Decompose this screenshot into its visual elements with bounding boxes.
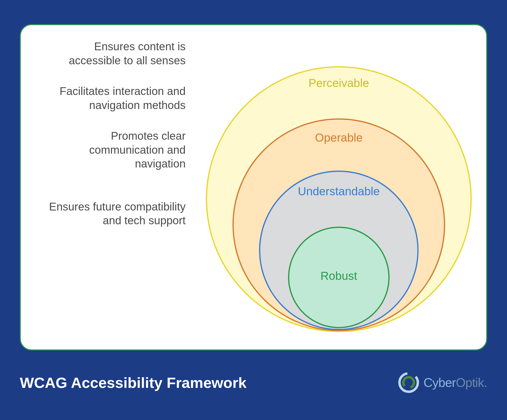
svg-point-0: [398, 372, 420, 393]
brand-logo: CyberOptik.: [398, 372, 487, 393]
desc-understandable: Promotes clear communication and navigat…: [41, 129, 186, 171]
label-understandable: Understandable: [201, 185, 477, 198]
desc-robust: Ensures future compatibility and tech su…: [41, 200, 186, 228]
brand-icon: [398, 372, 420, 393]
diagram-title: WCAG Accessibility Framework: [20, 374, 246, 391]
brand-name-part2: Optik.: [456, 376, 487, 390]
desc-perceivable: Ensures content is accessible to all sen…: [41, 40, 186, 67]
brand-name-part1: Cyber: [423, 376, 456, 390]
desc-operable: Facilitates interaction and navigation m…: [41, 84, 186, 112]
brand-name: CyberOptik.: [423, 375, 487, 390]
descriptions-column: Ensures content is accessible to all sen…: [41, 40, 186, 245]
nested-circles-diagram: Perceivable Operable Understandable Robu…: [201, 35, 477, 342]
footer: WCAG Accessibility Framework CyberOptik.: [20, 372, 487, 393]
label-perceivable: Perceivable: [201, 76, 477, 90]
diagram-card: Ensures content is accessible to all sen…: [20, 24, 487, 350]
label-operable: Operable: [201, 131, 477, 144]
label-robust: Robust: [201, 269, 477, 282]
svg-point-1: [401, 375, 416, 390]
